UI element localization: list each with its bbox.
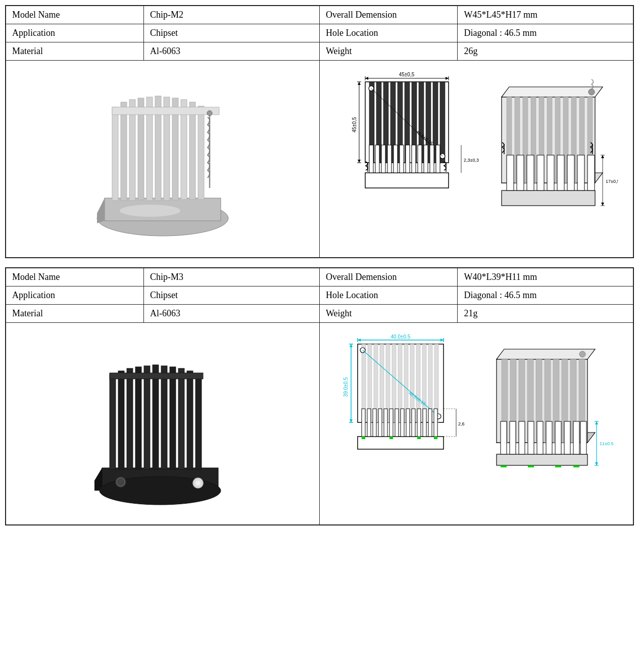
svg-rect-99	[110, 374, 116, 469]
overall-dim-value-1: W45*L45*H17 mm	[458, 6, 633, 24]
svg-rect-202	[573, 465, 579, 467]
svg-rect-87	[587, 155, 595, 190]
model-name-label-2: Model Name	[6, 268, 143, 286]
svg-rect-107	[178, 368, 184, 469]
svg-marker-65	[502, 87, 603, 97]
svg-rect-149	[378, 409, 382, 437]
svg-text:45±0,5: 45±0,5	[352, 117, 357, 132]
svg-text:2,6: 2,6	[458, 421, 465, 426]
overall-dim-label-2: Overall Demension	[319, 268, 457, 286]
svg-rect-56	[424, 145, 428, 173]
svg-rect-108	[187, 371, 193, 469]
svg-rect-155	[412, 409, 415, 437]
application-value-2: Chipset	[143, 286, 319, 305]
svg-rect-159	[434, 409, 437, 437]
svg-text:39.0±0.5: 39.0±0.5	[343, 377, 349, 397]
svg-rect-164	[362, 437, 365, 439]
svg-marker-14	[112, 107, 219, 115]
application-label-1: Application	[6, 24, 143, 42]
svg-rect-153	[401, 409, 404, 437]
svg-rect-152	[395, 409, 399, 437]
svg-rect-51	[394, 145, 398, 173]
svg-rect-189	[555, 421, 561, 454]
svg-marker-118	[358, 339, 361, 342]
svg-rect-185	[519, 421, 525, 454]
material-label-1: Material	[6, 42, 143, 61]
material-value-2: Al-6063	[143, 305, 319, 323]
svg-marker-23	[446, 77, 449, 80]
weight-label-2: Weight	[319, 305, 457, 323]
hole-location-value-2: Diagonal : 46.5 mm	[458, 286, 633, 305]
product-diagram-chip-m2: 45±0,5	[319, 61, 633, 258]
svg-rect-54	[412, 145, 416, 173]
svg-rect-158	[428, 409, 432, 437]
svg-rect-53	[406, 145, 410, 173]
svg-rect-105	[161, 366, 167, 469]
material-label-2: Material	[6, 305, 143, 323]
svg-marker-2	[97, 198, 105, 223]
svg-rect-46	[365, 173, 449, 188]
svg-rect-102	[135, 367, 141, 469]
svg-rect-199	[501, 465, 507, 467]
svg-marker-44	[358, 160, 361, 163]
svg-rect-200	[528, 465, 534, 467]
spring-right	[207, 111, 212, 188]
application-value-1: Chipset	[143, 24, 319, 42]
chip-m2-photo-svg	[84, 67, 241, 249]
svg-rect-103	[144, 366, 150, 469]
hole-location-label-1: Hole Location	[319, 24, 457, 42]
svg-rect-190	[564, 421, 570, 454]
weight-value-1: 26g	[458, 42, 633, 61]
svg-rect-145	[358, 437, 444, 449]
svg-marker-197	[595, 462, 598, 465]
svg-rect-167	[434, 437, 437, 439]
svg-rect-157	[423, 409, 426, 437]
svg-text:17±0,5: 17±0,5	[606, 179, 618, 184]
svg-marker-93	[601, 155, 604, 158]
svg-marker-94	[601, 203, 604, 206]
svg-marker-22	[365, 77, 368, 80]
svg-point-16	[207, 111, 212, 116]
svg-rect-13	[198, 106, 204, 200]
weight-value-2: 21g	[458, 305, 633, 323]
svg-rect-48	[375, 145, 379, 173]
chip-m3-photo-svg	[84, 326, 241, 518]
svg-rect-110	[110, 373, 203, 379]
svg-rect-49	[381, 145, 385, 173]
svg-point-77	[588, 89, 595, 95]
model-name-label-1: Model Name	[6, 6, 143, 24]
svg-rect-84	[557, 155, 564, 190]
svg-rect-154	[406, 409, 410, 437]
svg-text:40.0±0.5: 40.0±0.5	[391, 334, 411, 340]
svg-rect-192	[580, 421, 586, 454]
svg-rect-146	[362, 409, 365, 437]
svg-rect-150	[384, 409, 387, 437]
svg-point-114	[195, 480, 201, 486]
svg-text:2,3±0,3: 2,3±0,3	[464, 158, 479, 163]
svg-marker-143	[350, 419, 353, 422]
svg-point-112	[118, 479, 124, 485]
svg-rect-156	[417, 409, 421, 437]
svg-rect-47	[369, 145, 373, 173]
svg-rect-4	[121, 102, 127, 201]
svg-rect-166	[417, 437, 421, 439]
svg-rect-148	[373, 409, 376, 437]
svg-rect-182	[497, 454, 587, 465]
svg-rect-104	[153, 365, 159, 469]
hole-location-value-1: Diagonal : 46.5 mm	[458, 24, 633, 42]
svg-rect-78	[502, 190, 595, 206]
svg-rect-201	[555, 465, 561, 467]
chip-m3-fins	[110, 365, 202, 469]
svg-rect-147	[367, 409, 371, 437]
svg-rect-12	[189, 102, 195, 200]
svg-rect-106	[170, 367, 176, 469]
svg-rect-83	[547, 155, 554, 190]
svg-rect-183	[501, 421, 507, 454]
svg-rect-187	[537, 421, 543, 454]
svg-point-17	[120, 205, 180, 217]
overall-dim-label-1: Overall Demension	[319, 6, 457, 24]
overall-dim-value-2: W40*L39*H11 mm	[458, 268, 633, 286]
product-image-chip-m3	[6, 323, 319, 525]
svg-marker-142	[350, 344, 353, 347]
svg-marker-196	[595, 421, 598, 424]
